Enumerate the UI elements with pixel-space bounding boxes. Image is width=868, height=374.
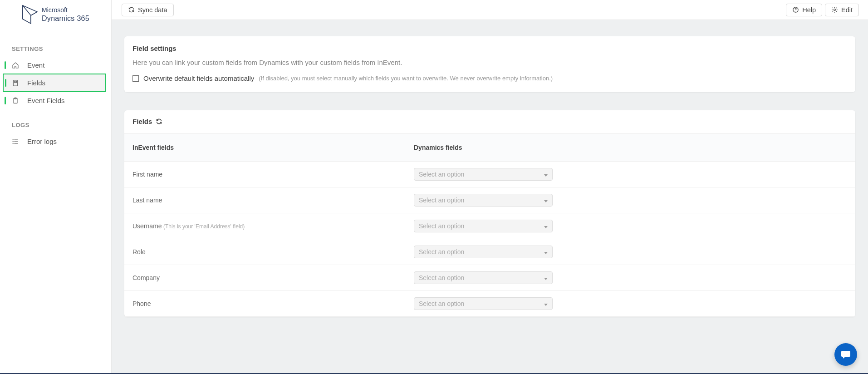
field-label: Last name xyxy=(132,197,414,204)
fields-table-header: InEvent fields Dynamics fields xyxy=(124,134,855,162)
sidebar-section-logs: LOGS xyxy=(0,109,111,133)
home-icon xyxy=(12,62,19,69)
chat-icon xyxy=(840,349,851,360)
sidebar-item-event-fields[interactable]: Event Fields xyxy=(0,92,111,109)
chat-fab[interactable] xyxy=(834,343,857,366)
refresh-icon xyxy=(128,6,135,13)
sidebar-item-event[interactable]: Event xyxy=(0,57,111,74)
field-label: First name xyxy=(132,171,414,178)
svg-point-15 xyxy=(834,9,836,11)
field-label: Role xyxy=(132,248,414,256)
sync-data-button[interactable]: Sync data xyxy=(122,4,174,16)
col-inevent-fields: InEvent fields xyxy=(132,144,414,151)
clipboard-icon xyxy=(12,97,19,104)
svg-point-11 xyxy=(13,141,13,142)
card-icon xyxy=(12,79,19,87)
svg-point-10 xyxy=(13,139,13,140)
logo-line2: Dynamics 365 xyxy=(42,15,89,22)
sidebar-section-settings: SETTINGS xyxy=(0,33,111,57)
field-label: Company xyxy=(132,274,414,281)
fields-card-title: Fields xyxy=(132,118,152,125)
edit-button[interactable]: Edit xyxy=(825,4,859,16)
sidebar-item-label: Error logs xyxy=(27,138,57,145)
dynamics-field-select[interactable]: Select an option xyxy=(414,271,553,284)
table-row: Last nameSelect an option xyxy=(124,187,855,213)
overwrite-checkbox-sub: (If disabled, you must select manually w… xyxy=(259,75,553,82)
gear-icon xyxy=(831,6,838,13)
overwrite-checkbox-row: Overwrite default fields automatically (… xyxy=(132,74,847,82)
sidebar-item-label: Event Fields xyxy=(27,97,65,104)
list-icon xyxy=(12,138,19,145)
overwrite-checkbox[interactable] xyxy=(132,75,139,82)
table-row: Username (This is your 'Email Address' f… xyxy=(124,213,855,239)
dynamics-field-select[interactable]: Select an option xyxy=(414,168,553,181)
topbar: Sync data Help Edit xyxy=(112,0,868,20)
chevron-down-icon xyxy=(544,200,548,202)
table-row: RoleSelect an option xyxy=(124,239,855,265)
dynamics-field-select[interactable]: Select an option xyxy=(414,194,553,207)
logo-line1: Microsoft xyxy=(42,6,89,14)
main-content: Field settings Here you can link your cu… xyxy=(112,20,868,374)
table-row: PhoneSelect an option xyxy=(124,291,855,317)
dynamics-field-select[interactable]: Select an option xyxy=(414,220,553,232)
chevron-down-icon xyxy=(544,226,548,228)
help-button[interactable]: Help xyxy=(786,4,822,16)
svg-point-12 xyxy=(13,143,13,143)
field-label: Phone xyxy=(132,300,414,307)
svg-rect-1 xyxy=(14,81,16,83)
sidebar-item-fields[interactable]: Fields xyxy=(3,74,106,92)
field-label: Username (This is your 'Email Address' f… xyxy=(132,222,414,230)
refresh-icon[interactable] xyxy=(156,118,162,125)
dynamics-field-select[interactable]: Select an option xyxy=(414,297,553,310)
table-row: First nameSelect an option xyxy=(124,162,855,187)
svg-point-14 xyxy=(795,11,796,11)
sidebar-item-label: Fields xyxy=(27,79,45,87)
logo: Microsoft Dynamics 365 xyxy=(0,0,111,33)
field-settings-title: Field settings xyxy=(132,44,847,52)
sidebar-item-error-logs[interactable]: Error logs xyxy=(0,133,111,150)
dynamics-field-select[interactable]: Select an option xyxy=(414,246,553,258)
help-icon xyxy=(792,6,799,13)
sidebar: Microsoft Dynamics 365 SETTINGS Event Fi… xyxy=(0,0,112,374)
field-settings-desc: Here you can link your custom fields fro… xyxy=(132,59,847,66)
dynamics-logo-icon xyxy=(22,5,38,25)
chevron-down-icon xyxy=(544,304,548,306)
chevron-down-icon xyxy=(544,278,548,280)
sidebar-item-label: Event xyxy=(27,61,44,69)
table-row: CompanySelect an option xyxy=(124,265,855,291)
field-settings-card: Field settings Here you can link your cu… xyxy=(124,36,855,92)
chevron-down-icon xyxy=(544,252,548,254)
col-dynamics-fields: Dynamics fields xyxy=(414,144,847,151)
chevron-down-icon xyxy=(544,174,548,177)
overwrite-checkbox-label: Overwrite default fields automatically xyxy=(143,74,254,82)
fields-card: Fields InEvent fields Dynamics fields Fi… xyxy=(124,110,855,317)
